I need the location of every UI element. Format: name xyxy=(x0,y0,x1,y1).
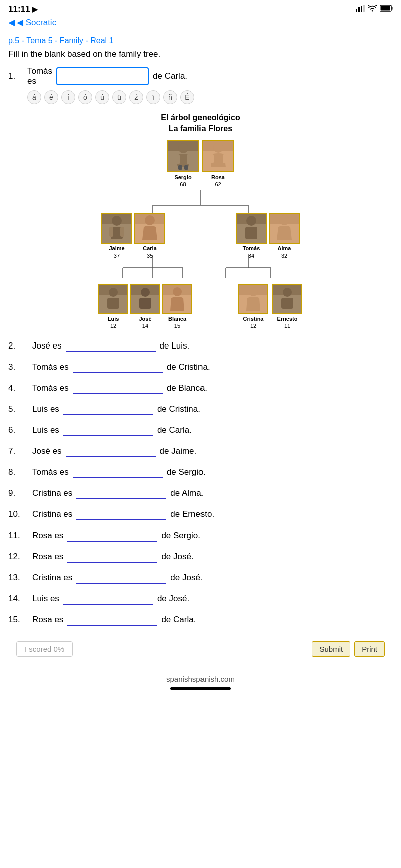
q11-number: 11. xyxy=(8,531,28,541)
char-u-umlaut[interactable]: ü xyxy=(112,90,126,104)
q6-input[interactable] xyxy=(63,424,153,436)
svg-point-37 xyxy=(279,215,289,225)
family-tree: El árbol geneológico La familia Flores xyxy=(8,112,393,330)
svg-point-42 xyxy=(173,287,182,296)
q11-after: de Sergio. xyxy=(161,531,200,541)
svg-rect-2 xyxy=(361,6,362,12)
question-8-row: 8. Tomás es de Sergio. xyxy=(8,466,393,478)
blanca-label: Blanca 15 xyxy=(168,315,186,330)
svg-rect-36 xyxy=(245,227,257,239)
q11-before: Rosa es xyxy=(32,531,63,541)
svg-rect-25 xyxy=(178,165,182,170)
q7-input[interactable] xyxy=(66,445,156,457)
char-e-accent[interactable]: é xyxy=(44,90,58,104)
q5-number: 5. xyxy=(8,404,28,414)
q8-before: Tomás es xyxy=(32,467,69,477)
q8-input[interactable] xyxy=(73,466,163,478)
svg-point-40 xyxy=(141,288,150,297)
q13-input[interactable] xyxy=(76,572,166,584)
home-indicator xyxy=(170,687,231,690)
q10-number: 10. xyxy=(8,509,28,519)
q14-input[interactable] xyxy=(63,593,153,605)
svg-point-27 xyxy=(213,143,223,153)
q7-after: de Jaime. xyxy=(160,446,197,456)
svg-point-43 xyxy=(249,287,258,296)
q11-input[interactable] xyxy=(67,530,157,542)
q5-input[interactable] xyxy=(63,403,153,415)
question-1-row: 1. Tomás es de Carla. xyxy=(8,66,393,86)
svg-rect-29 xyxy=(223,154,226,163)
char-n-tilde[interactable]: ñ xyxy=(163,90,177,104)
svg-point-44 xyxy=(283,288,292,297)
q8-after: de Sergio. xyxy=(167,467,206,477)
q1-before: Tomás es xyxy=(27,66,52,86)
q9-number: 9. xyxy=(8,488,28,498)
cristina-label: Cristina 12 xyxy=(243,315,264,330)
q13-before: Cristina es xyxy=(32,573,72,583)
location-icon: ▶ xyxy=(32,5,38,13)
char-i-accent[interactable]: í xyxy=(61,90,75,104)
jose-label: José 14 xyxy=(139,315,151,330)
svg-point-30 xyxy=(112,216,122,226)
q3-input[interactable] xyxy=(73,361,163,373)
rosa-label: Rosa 62 xyxy=(211,173,225,188)
char-i-umlaut[interactable]: ï xyxy=(146,90,160,104)
signal-icon xyxy=(356,4,365,14)
print-button[interactable]: Print xyxy=(354,641,385,657)
q12-input[interactable] xyxy=(67,551,157,563)
footer: spanishspanish.com xyxy=(0,667,401,698)
char-a-accent[interactable]: á xyxy=(27,90,41,104)
right-parent-couple: Tomás 34 Alma 32 xyxy=(235,213,301,259)
jaime-photo xyxy=(101,213,132,244)
questions-list: 2. José es de Luis. 3. Tomás es de Crist… xyxy=(8,340,393,626)
svg-point-21 xyxy=(178,143,188,153)
rosa-photo xyxy=(202,140,234,172)
char-z-dot[interactable]: ż xyxy=(129,90,143,104)
q1-after: de Carla. xyxy=(153,71,187,81)
page-title: p.5 - Tema 5 - Family - Real 1 xyxy=(8,36,393,45)
question-3-row: 3. Tomás es de Cristina. xyxy=(8,361,393,373)
question-10-row: 10. Cristina es de Ernesto. xyxy=(8,508,393,520)
char-e-upper[interactable]: É xyxy=(180,90,194,104)
char-o-accent[interactable]: ó xyxy=(78,90,92,104)
svg-rect-45 xyxy=(281,298,293,309)
q7-number: 7. xyxy=(8,446,28,456)
q10-input[interactable] xyxy=(76,508,166,520)
q6-number: 6. xyxy=(8,425,28,435)
q10-before: Cristina es xyxy=(32,509,72,519)
q9-before: Cristina es xyxy=(32,488,72,498)
q4-number: 4. xyxy=(8,383,28,393)
q12-before: Rosa es xyxy=(32,552,63,562)
carla-label: Carla 35 xyxy=(143,245,157,259)
svg-rect-0 xyxy=(356,9,357,12)
question-11-row: 11. Rosa es de Sergio. xyxy=(8,530,393,542)
q8-number: 8. xyxy=(8,467,28,477)
question-12-row: 12. Rosa es de José. xyxy=(8,551,393,563)
q2-input[interactable] xyxy=(66,340,156,352)
question-15-row: 15. Rosa es de Carla. xyxy=(8,614,393,626)
carla-photo xyxy=(134,213,165,244)
question-9-row: 9. Cristina es de Alma. xyxy=(8,487,393,499)
q1-number: 1. xyxy=(8,71,23,81)
q12-number: 12. xyxy=(8,552,28,562)
q15-input[interactable] xyxy=(67,614,157,626)
q3-after: de Cristina. xyxy=(167,362,210,372)
q4-input[interactable] xyxy=(73,382,163,394)
svg-point-35 xyxy=(246,216,256,226)
svg-rect-1 xyxy=(358,7,360,12)
q14-after: de José. xyxy=(157,594,189,604)
submit-button[interactable]: Submit xyxy=(312,641,350,657)
ernesto-label: Ernesto 11 xyxy=(277,315,298,330)
q9-input[interactable] xyxy=(76,487,166,499)
instructions: Fill in the blank based on the family tr… xyxy=(8,49,393,59)
q1-input[interactable] xyxy=(56,67,149,85)
svg-rect-6 xyxy=(381,6,390,11)
left-children: Luis 12 José 14 xyxy=(98,284,193,330)
q4-before: Tomás es xyxy=(32,383,69,393)
jaime-label: Jaime 37 xyxy=(109,245,124,259)
char-u-accent[interactable]: ú xyxy=(95,90,109,104)
q14-number: 14. xyxy=(8,594,28,604)
right-children: Cristina 12 Ernesto 11 xyxy=(237,284,303,330)
back-button[interactable]: ◀ ◀ Socratic xyxy=(8,17,393,28)
svg-point-4 xyxy=(372,10,373,12)
